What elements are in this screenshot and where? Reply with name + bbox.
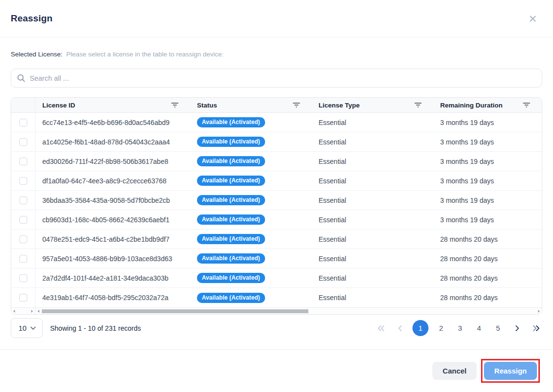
status-cell: Available (Activated) [190,253,312,264]
license-type-cell: Essential [312,274,433,282]
main-scrollbar[interactable] [36,308,542,314]
row-checkbox[interactable] [19,196,27,204]
status-badge: Available (Activated) [197,137,265,147]
status-badge: Available (Activated) [197,234,265,244]
license-id-cell: 36bdaa35-3584-435a-9058-5d7f0bcbe2cb [36,196,190,204]
license-id-cell: 957a5e01-4053-4886-b9b9-103ace8d3d63 [36,255,190,263]
cancel-button[interactable]: Cancel [432,362,477,380]
license-id-cell: cb9603d1-168c-4b05-8662-42639c6aebf1 [36,216,190,224]
fixed-column-scrollbar[interactable] [11,308,36,314]
license-id-cell: 4e319ab1-64f7-4058-bdf5-295c2032a72a [36,294,190,302]
scroll-right-arrow-icon[interactable] [538,310,540,313]
row-checkbox[interactable] [19,138,27,146]
table-row[interactable]: 4e319ab1-64f7-4058-bdf5-295c2032a72a Ava… [11,288,542,307]
table-row[interactable]: cb9603d1-168c-4b05-8662-42639c6aebf1 Ava… [11,210,542,230]
remaining-duration-cell: 28 months 20 days [433,274,542,282]
scroll-right-arrow-icon[interactable] [31,310,33,313]
selected-license-hint: Please select a license in the table to … [66,51,223,58]
license-type-cell: Essential [312,255,433,263]
row-checkbox[interactable] [19,216,27,224]
modal-footer: Cancel Reassign [0,349,553,392]
table-row[interactable]: 36bdaa35-3584-435a-9058-5d7f0bcbe2cb Ava… [11,191,542,210]
license-type-cell: Essential [312,119,433,126]
page-number-button[interactable]: 5 [492,320,504,336]
column-header-license-type: License Type [312,101,433,109]
filter-icon[interactable] [413,101,423,109]
previous-page-button[interactable] [393,320,406,336]
modal-title: Reassign [11,13,53,24]
table-row[interactable]: df1a0fa0-64c7-4ee3-a8c9-c2cecce63768 Ava… [11,171,542,191]
filter-icon[interactable] [292,101,301,109]
page-number-button[interactable]: 1 [412,320,428,336]
table-row[interactable]: 957a5e01-4053-4886-b9b9-103ace8d3d63 Ava… [11,249,542,268]
status-badge: Available (Activated) [197,117,265,127]
table-row[interactable]: 0478e251-edc9-45c1-a6b4-c2be1bdb9df7 Ava… [11,230,542,249]
table-row[interactable]: a1c4025e-f6b1-48ad-878d-054043c2aaa4 Ava… [11,132,542,152]
license-type-cell: Essential [312,216,433,224]
modal-header: Reassign [0,0,553,37]
row-checkbox-cell [11,230,36,249]
status-badge: Available (Activated) [197,156,265,166]
filter-icon[interactable] [522,101,531,109]
remaining-duration-cell: 28 months 20 days [433,294,542,302]
status-badge: Available (Activated) [197,195,265,205]
status-badge: Available (Activated) [197,273,265,283]
row-checkbox[interactable] [19,119,27,126]
selected-license-line: Selected License: Please select a licens… [11,51,542,58]
license-type-cell: Essential [312,235,433,243]
table-body: 6cc74e13-e4f5-4e6b-b696-8d0ac546abd9 Ava… [11,113,542,307]
row-checkbox-cell [11,249,36,268]
license-table: License ID Status License Type Remaining… [11,97,542,315]
close-button[interactable] [527,13,538,24]
row-checkbox-cell [11,132,36,151]
table-header-row: License ID Status License Type Remaining… [11,98,542,113]
table-horizontal-scrollbar [11,307,542,314]
header-checkbox-cell [11,98,36,112]
remaining-duration-cell: 3 months 19 days [433,119,542,126]
chevron-right-icon [515,325,520,332]
page-number-button[interactable]: 4 [473,320,485,336]
next-page-button[interactable] [511,320,523,336]
page-number-button[interactable]: 3 [454,320,466,336]
license-type-cell: Essential [312,196,433,204]
double-chevron-right-icon [532,325,540,332]
status-badge: Available (Activated) [197,176,265,186]
table-row[interactable]: 6cc74e13-e4f5-4e6b-b696-8d0ac546abd9 Ava… [11,113,542,132]
records-summary: Showing 1 - 10 of 231 records [50,324,141,332]
search-input[interactable] [30,74,536,82]
row-checkbox[interactable] [19,158,27,165]
row-checkbox[interactable] [19,235,27,243]
search-icon [17,74,25,82]
last-page-button[interactable] [530,320,542,336]
remaining-duration-cell: 3 months 19 days [433,196,542,204]
status-cell: Available (Activated) [190,293,312,303]
license-type-cell: Essential [312,294,433,302]
search-box [11,69,542,88]
filter-icon[interactable] [170,101,179,109]
row-checkbox[interactable] [19,294,27,302]
table-row[interactable]: 2a7d2df4-101f-44e2-a181-34e9daca303b Ava… [11,268,542,288]
page-number-button[interactable]: 2 [435,320,447,336]
reassign-button[interactable]: Reassign [484,362,537,380]
remaining-duration-cell: 3 months 19 days [433,216,542,224]
remaining-duration-cell: 28 months 20 days [433,235,542,243]
scroll-left-arrow-icon[interactable] [13,310,15,313]
page-size-select[interactable]: 10 [11,318,43,338]
first-page-button[interactable] [375,320,387,336]
table-row[interactable]: ed30026d-711f-422f-8b98-506b3617abe8 Ava… [11,152,542,171]
row-checkbox[interactable] [19,274,27,282]
status-cell: Available (Activated) [190,137,312,147]
license-type-cell: Essential [312,158,433,165]
chevron-down-icon [30,326,36,330]
status-cell: Available (Activated) [190,214,312,225]
license-id-cell: df1a0fa0-64c7-4ee3-a8c9-c2cecce63768 [36,177,190,185]
selected-license-label: Selected License: [11,51,63,58]
status-cell: Available (Activated) [190,195,312,205]
row-checkbox[interactable] [19,255,27,263]
row-checkbox[interactable] [19,177,27,185]
scrollbar-thumb[interactable] [42,309,308,313]
remaining-duration-cell: 3 months 19 days [433,158,542,165]
double-chevron-left-icon [377,325,385,332]
row-checkbox-cell [11,210,36,229]
scroll-left-arrow-icon[interactable] [37,310,39,313]
